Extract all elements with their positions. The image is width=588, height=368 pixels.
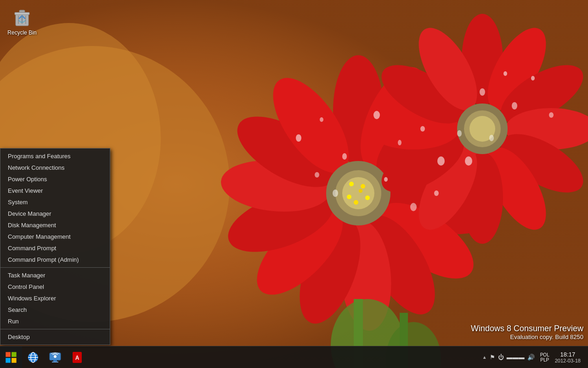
svg-rect-73 — [11, 352, 16, 357]
menu-item-command-prompt-admin[interactable]: Command Prompt (Admin) — [0, 254, 110, 265]
menu-item-device-manager[interactable]: Device Manager — [0, 208, 110, 219]
svg-point-6 — [363, 85, 481, 195]
svg-point-22 — [361, 184, 365, 189]
svg-point-34 — [407, 138, 489, 239]
windows-subtitle: Evaluation copy. Build 8250 — [471, 334, 583, 340]
clock[interactable]: 18:17 2012-03-18 — [551, 351, 584, 363]
svg-point-36 — [368, 108, 459, 150]
svg-point-13 — [243, 195, 356, 309]
svg-point-11 — [335, 218, 395, 333]
show-hidden-icons[interactable]: ▲ — [481, 354, 488, 361]
menu-item-power-options[interactable]: Power Options — [0, 173, 110, 185]
recycle-bin-image — [11, 6, 33, 28]
svg-point-18 — [326, 161, 390, 225]
windows-watermark: Windows 8 Consumer Preview Evaluation co… — [471, 324, 583, 340]
svg-point-23 — [365, 196, 370, 200]
svg-point-35 — [373, 122, 473, 204]
svg-point-52 — [315, 172, 319, 178]
svg-text:A: A — [75, 355, 79, 361]
windows-title: Windows 8 Consumer Preview — [471, 324, 583, 334]
svg-point-12 — [288, 211, 373, 332]
svg-rect-72 — [6, 352, 10, 357]
menu-item-computer-management[interactable]: Computer Management — [0, 231, 110, 242]
taskbar-acrobat-icon[interactable]: A — [66, 346, 88, 368]
menu-item-control-panel[interactable]: Control Panel — [0, 281, 110, 293]
taskbar: A ▲ ⚑ ⏻ ▬▬▬ 🔊 POL PLP 18:17 2012-03-18 — [0, 346, 588, 368]
svg-point-31 — [492, 122, 588, 204]
svg-point-84 — [54, 355, 57, 358]
menu-item-command-prompt[interactable]: Command Prompt — [0, 242, 110, 254]
svg-point-7 — [379, 133, 498, 210]
svg-point-19 — [335, 170, 381, 216]
svg-point-28 — [476, 19, 558, 119]
menu-item-disk-management[interactable]: Disk Management — [0, 219, 110, 231]
taskbar-right: ▲ ⚑ ⏻ ▬▬▬ 🔊 POL PLP 18:17 2012-03-18 — [481, 351, 588, 363]
svg-point-4 — [333, 55, 384, 166]
svg-rect-67 — [15, 12, 29, 15]
svg-point-41 — [469, 116, 495, 142]
svg-rect-75 — [11, 358, 16, 363]
taskbar-ie-icon[interactable] — [22, 346, 44, 368]
menu-item-event-viewer[interactable]: Event Viewer — [0, 185, 110, 196]
menu-item-task-manager[interactable]: Task Manager — [0, 270, 110, 281]
menu-item-search[interactable]: Search — [0, 304, 110, 316]
svg-point-42 — [296, 134, 301, 142]
menu-item-programs-features[interactable]: Programs and Features — [0, 150, 110, 162]
svg-point-10 — [350, 204, 449, 325]
svg-point-46 — [398, 140, 401, 145]
action-center-icon[interactable]: ⚑ — [490, 354, 495, 361]
svg-point-56 — [434, 190, 439, 196]
network-tray-icon[interactable]: ▬▬▬ — [507, 354, 525, 361]
svg-point-25 — [347, 195, 351, 199]
menu-separator — [0, 267, 110, 268]
svg-point-51 — [503, 71, 507, 76]
svg-point-61 — [549, 112, 554, 118]
svg-point-47 — [420, 126, 425, 132]
svg-point-55 — [410, 203, 417, 211]
svg-point-50 — [480, 88, 485, 96]
svg-point-37 — [373, 53, 473, 135]
svg-point-49 — [457, 130, 462, 137]
clock-date: 2012-03-18 — [555, 358, 581, 363]
svg-point-40 — [464, 110, 501, 147]
language-indicator[interactable]: POL PLP — [540, 352, 549, 362]
context-menu: Programs and FeaturesNetwork Connections… — [0, 148, 110, 345]
svg-point-48 — [437, 156, 445, 166]
volume-icon[interactable]: 🔊 — [527, 354, 535, 361]
svg-rect-68 — [19, 10, 25, 12]
svg-point-59 — [512, 102, 517, 109]
clock-time: 18:17 — [560, 351, 576, 358]
svg-point-32 — [476, 138, 558, 239]
svg-point-30 — [505, 108, 588, 150]
svg-point-5 — [347, 58, 440, 179]
svg-rect-74 — [6, 358, 10, 363]
svg-point-53 — [333, 190, 338, 197]
taskbar-network-icon[interactable] — [44, 346, 66, 368]
svg-point-33 — [462, 152, 503, 244]
menu-item-run[interactable]: Run — [0, 316, 110, 327]
svg-point-45 — [373, 111, 380, 119]
system-tray: ⚑ ⏻ ▬▬▬ 🔊 — [490, 354, 535, 361]
svg-point-16 — [226, 102, 347, 201]
recycle-bin-icon[interactable]: Recycle Bin — [4, 4, 40, 38]
svg-point-39 — [457, 104, 508, 154]
svg-point-60 — [531, 76, 535, 80]
svg-point-9 — [367, 188, 486, 293]
svg-point-26 — [359, 189, 362, 193]
menu-item-windows-explorer[interactable]: Windows Explorer — [0, 293, 110, 304]
svg-point-24 — [354, 200, 358, 205]
svg-point-14 — [220, 179, 341, 264]
start-button[interactable] — [0, 346, 22, 368]
svg-point-58 — [489, 135, 494, 141]
svg-point-43 — [320, 117, 323, 122]
menu-item-network-connections[interactable]: Network Connections — [0, 162, 110, 173]
svg-point-29 — [492, 53, 588, 135]
recycle-bin-label: Recycle Bin — [7, 29, 36, 36]
power-icon[interactable]: ⏻ — [498, 354, 504, 361]
menu-item-system[interactable]: System — [0, 196, 110, 208]
svg-point-44 — [342, 153, 347, 160]
menu-item-desktop[interactable]: Desktop — [0, 331, 110, 343]
menu-separator — [0, 329, 110, 329]
svg-point-27 — [462, 14, 503, 106]
svg-point-57 — [465, 156, 472, 166]
